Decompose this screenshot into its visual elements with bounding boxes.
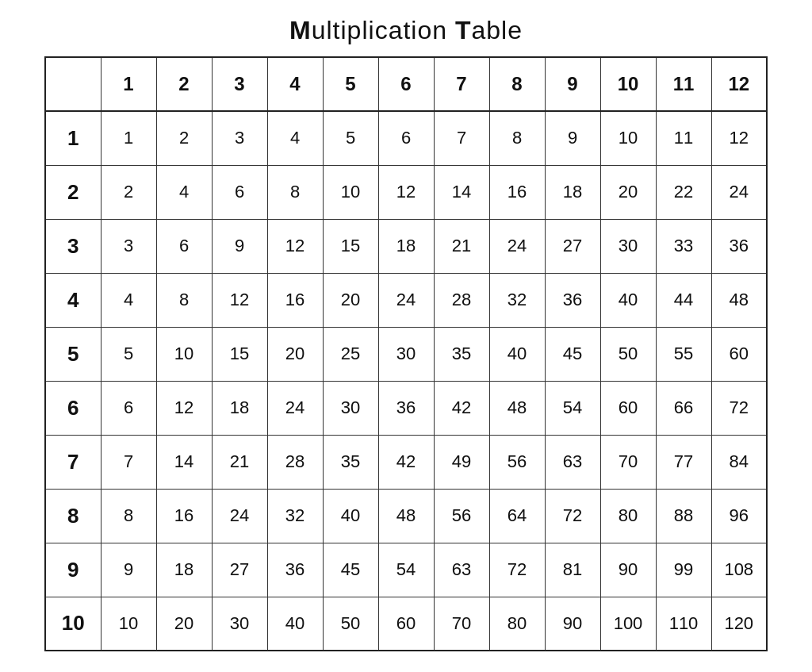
table-cell: 80	[600, 489, 656, 543]
table-cell: 60	[600, 381, 656, 435]
table-cell: 42	[434, 381, 489, 435]
table-cell: 60	[378, 597, 434, 651]
table-cell: 24	[212, 489, 267, 543]
title-suffix: able	[471, 16, 523, 44]
table-cell: 110	[656, 597, 711, 651]
multiplication-table: 1234567891011121123456789101112224681012…	[44, 56, 768, 651]
table-cell: 88	[656, 489, 711, 543]
table-cell: 3	[101, 219, 156, 273]
table-cell: 11	[656, 111, 711, 165]
table-cell: 54	[545, 381, 600, 435]
table-cell: 63	[434, 543, 489, 597]
title-bold-t: T	[455, 16, 472, 44]
table-cell: 99	[656, 543, 711, 597]
table-cell: 7	[434, 111, 489, 165]
table-cell: 4	[101, 273, 156, 327]
table-cell: 56	[489, 435, 545, 489]
table-cell: 18	[545, 165, 600, 219]
col-header-11: 11	[656, 57, 711, 111]
table-cell: 30	[600, 219, 656, 273]
table-cell: 2	[101, 165, 156, 219]
table-cell: 54	[378, 543, 434, 597]
table-cell: 108	[711, 543, 767, 597]
table-cell: 4	[267, 111, 323, 165]
table-cell: 35	[434, 327, 489, 381]
col-header-7: 7	[434, 57, 489, 111]
table-cell: 48	[489, 381, 545, 435]
table-cell: 120	[711, 597, 767, 651]
table-cell: 24	[378, 273, 434, 327]
table-cell: 35	[323, 435, 378, 489]
col-header-2: 2	[156, 57, 212, 111]
table-cell: 6	[212, 165, 267, 219]
table-cell: 1	[101, 111, 156, 165]
table-cell: 48	[711, 273, 767, 327]
table-cell: 60	[711, 327, 767, 381]
table-cell: 10	[323, 165, 378, 219]
table-cell: 6	[378, 111, 434, 165]
col-header-12: 12	[711, 57, 767, 111]
col-header-9: 9	[545, 57, 600, 111]
table-cell: 12	[267, 219, 323, 273]
table-cell: 42	[378, 435, 434, 489]
table-cell: 18	[212, 381, 267, 435]
table-cell: 24	[711, 165, 767, 219]
table-cell: 25	[323, 327, 378, 381]
table-cell: 36	[378, 381, 434, 435]
table-cell: 7	[101, 435, 156, 489]
table-cell: 100	[600, 597, 656, 651]
table-cell: 10	[156, 327, 212, 381]
table-cell: 36	[267, 543, 323, 597]
table-cell: 70	[434, 597, 489, 651]
table-cell: 4	[156, 165, 212, 219]
table-cell: 12	[711, 111, 767, 165]
table-cell: 20	[267, 327, 323, 381]
col-header-8: 8	[489, 57, 545, 111]
table-cell: 72	[489, 543, 545, 597]
page-title: Multiplication Table	[289, 16, 523, 45]
table-cell: 16	[489, 165, 545, 219]
table-cell: 12	[212, 273, 267, 327]
table-row: 551015202530354045505560	[45, 327, 767, 381]
table-cell: 30	[378, 327, 434, 381]
col-header-5: 5	[323, 57, 378, 111]
table-cell: 50	[323, 597, 378, 651]
table-row: 10102030405060708090100110120	[45, 597, 767, 651]
table-cell: 9	[212, 219, 267, 273]
table-cell: 3	[212, 111, 267, 165]
table-cell: 32	[267, 489, 323, 543]
table-cell: 12	[156, 381, 212, 435]
table-cell: 16	[156, 489, 212, 543]
table-cell: 56	[434, 489, 489, 543]
table-cell: 21	[434, 219, 489, 273]
row-header-8: 8	[45, 489, 101, 543]
table-row: 661218243036424854606672	[45, 381, 767, 435]
table-cell: 90	[600, 543, 656, 597]
table-cell: 96	[711, 489, 767, 543]
table-cell: 70	[600, 435, 656, 489]
table-cell: 8	[489, 111, 545, 165]
table-cell: 40	[600, 273, 656, 327]
table-cell: 14	[156, 435, 212, 489]
table-row: 224681012141618202224	[45, 165, 767, 219]
corner-cell	[45, 57, 101, 111]
table-cell: 24	[489, 219, 545, 273]
row-header-1: 1	[45, 111, 101, 165]
table-cell: 40	[323, 489, 378, 543]
row-header-7: 7	[45, 435, 101, 489]
table-cell: 21	[212, 435, 267, 489]
table-cell: 9	[545, 111, 600, 165]
table-cell: 72	[711, 381, 767, 435]
table-cell: 20	[156, 597, 212, 651]
table-cell: 9	[101, 543, 156, 597]
table-cell: 50	[600, 327, 656, 381]
table-row: 771421283542495663707784	[45, 435, 767, 489]
table-cell: 6	[101, 381, 156, 435]
row-header-5: 5	[45, 327, 101, 381]
table-cell: 27	[545, 219, 600, 273]
row-header-10: 10	[45, 597, 101, 651]
table-row: 9918273645546372819099108	[45, 543, 767, 597]
title-rest: ultiplication	[312, 16, 455, 44]
table-cell: 14	[434, 165, 489, 219]
table-cell: 55	[656, 327, 711, 381]
